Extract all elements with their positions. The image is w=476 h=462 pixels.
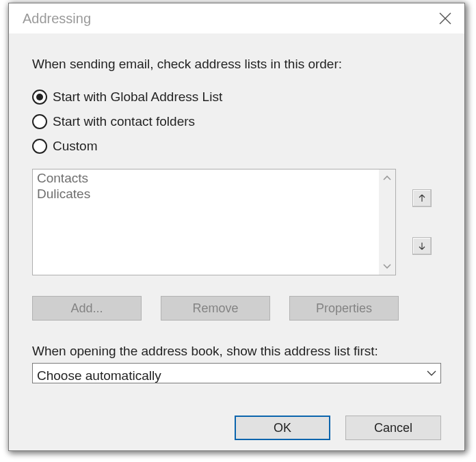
radio-icon	[32, 139, 47, 154]
chevron-down-icon	[427, 370, 436, 377]
close-button[interactable]	[426, 3, 464, 33]
addressing-dialog: Addressing When sending email, check add…	[8, 3, 465, 451]
arrow-up-icon	[419, 194, 425, 202]
ok-button[interactable]: OK	[235, 416, 330, 440]
radio-option-gal[interactable]: Start with Global Address List	[32, 90, 441, 105]
remove-button[interactable]: Remove	[161, 296, 270, 321]
close-icon	[439, 12, 451, 25]
scrollbar[interactable]	[379, 169, 395, 275]
open-address-label: When opening the address book, show this…	[32, 344, 441, 359]
properties-button[interactable]: Properties	[289, 296, 399, 321]
radio-icon	[32, 114, 47, 129]
dialog-body: When sending email, check address lists …	[9, 33, 464, 405]
radio-icon	[32, 90, 47, 105]
scroll-down-button[interactable]	[379, 258, 395, 275]
dialog-footer: OK Cancel	[9, 405, 464, 450]
radio-option-contacts[interactable]: Start with contact folders	[32, 114, 441, 129]
dialog-title: Addressing	[23, 11, 426, 27]
titlebar: Addressing	[9, 3, 464, 33]
cancel-button[interactable]: Cancel	[345, 416, 441, 440]
list-content: Contacts Dulicates	[33, 169, 379, 275]
add-button[interactable]: Add...	[32, 296, 142, 321]
chevron-down-icon	[383, 264, 391, 269]
arrow-down-icon	[419, 242, 425, 250]
chevron-up-icon	[383, 175, 391, 180]
dropdown-selected: Choose automatically	[37, 369, 427, 382]
list-item[interactable]: Dulicates	[37, 187, 375, 202]
list-item[interactable]: Contacts	[37, 171, 375, 187]
move-down-button[interactable]	[412, 237, 432, 255]
radio-option-custom[interactable]: Custom	[32, 139, 441, 154]
instruction-label: When sending email, check address lists …	[32, 57, 441, 72]
address-list-box[interactable]: Contacts Dulicates	[32, 169, 396, 275]
radio-label: Custom	[53, 139, 97, 154]
radio-label: Start with contact folders	[53, 114, 195, 129]
radio-label: Start with Global Address List	[53, 90, 222, 105]
scroll-up-button[interactable]	[379, 169, 395, 186]
default-address-dropdown[interactable]: Choose automatically	[32, 363, 441, 383]
move-up-button[interactable]	[412, 189, 432, 207]
